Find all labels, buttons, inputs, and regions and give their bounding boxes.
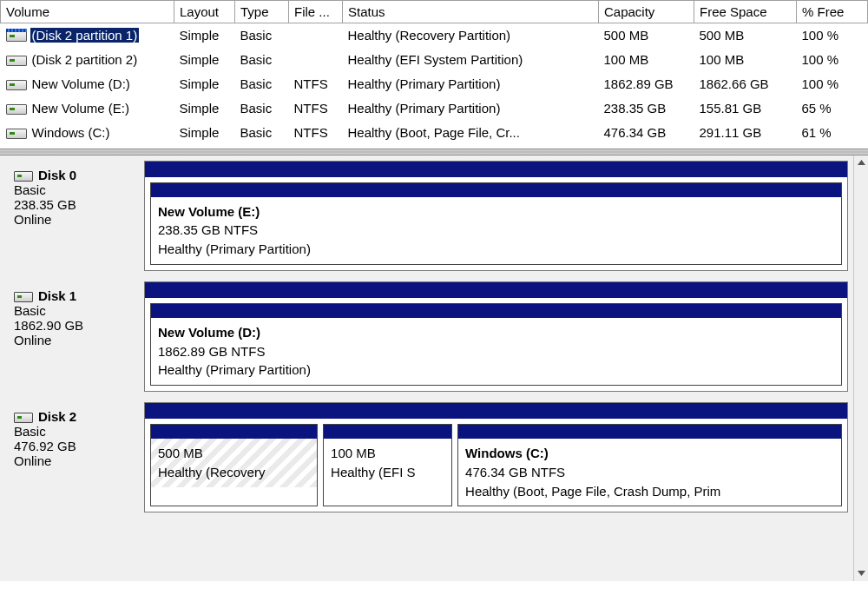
volume-row[interactable]: New Volume (E:)SimpleBasicNTFSHealthy (P… — [1, 96, 868, 121]
volume-row[interactable]: New Volume (D:)SimpleBasicNTFSHealthy (P… — [1, 72, 868, 96]
partition-size: 476.34 GB NTFS — [465, 463, 834, 482]
cell-fs — [289, 48, 343, 72]
cell-pct: 65 % — [797, 96, 868, 121]
cell-capacity: 476.34 GB — [599, 121, 694, 145]
cell-capacity: 238.35 GB — [599, 96, 694, 121]
partition-size: 1862.89 GB NTFS — [158, 342, 834, 361]
cell-pct: 100 % — [797, 23, 868, 48]
cell-pct: 61 % — [797, 121, 868, 145]
partition[interactable]: 500 MBHealthy (Recovery — [150, 424, 318, 506]
scrollbar-vertical[interactable] — [853, 155, 868, 581]
volume-name: (Disk 2 partition 2) — [30, 52, 140, 67]
volume-list-table[interactable]: Volume Layout Type File ... Status Capac… — [0, 0, 868, 145]
disk-icon — [14, 413, 33, 423]
disk-topbar — [145, 282, 847, 298]
partition-bar — [458, 425, 841, 439]
cell-type: Basic — [235, 72, 289, 96]
volume-row[interactable]: Windows (C:)SimpleBasicNTFSHealthy (Boot… — [1, 121, 868, 145]
disk-block: Disk 2Basic476.92 GBOnline500 MBHealthy … — [5, 402, 848, 512]
volume-name: (Disk 2 partition 1) — [30, 28, 140, 43]
partition-size: 100 MB — [331, 444, 444, 463]
cell-capacity: 100 MB — [599, 48, 694, 72]
disk-title: Disk 2 — [38, 409, 76, 424]
partition-status: Healthy (Primary Partition) — [158, 360, 834, 380]
scroll-up-icon[interactable] — [854, 155, 868, 171]
volume-row[interactable]: (Disk 2 partition 2)SimpleBasicHealthy (… — [1, 48, 868, 72]
cell-fs — [289, 23, 343, 48]
cell-layout: Simple — [174, 23, 235, 48]
disk-graph: New Volume (E:)238.35 GB NTFSHealthy (Pr… — [144, 161, 848, 271]
disk-state: Online — [14, 453, 137, 468]
disk-state: Online — [14, 333, 137, 347]
pane-splitter[interactable] — [0, 149, 868, 155]
partition-title: Windows (C:) — [465, 444, 834, 463]
disk-type: Basic — [14, 182, 137, 197]
disk-icon — [14, 292, 33, 302]
cell-free: 500 MB — [694, 23, 797, 48]
partition[interactable]: New Volume (D:)1862.89 GB NTFSHealthy (P… — [150, 303, 842, 386]
cell-free: 291.11 GB — [694, 121, 797, 145]
cell-status: Healthy (Recovery Partition) — [343, 23, 599, 48]
disk-type: Basic — [14, 303, 137, 318]
col-volume[interactable]: Volume — [1, 1, 174, 23]
disk-topbar — [145, 403, 847, 419]
disk-block: Disk 0Basic238.35 GBOnlineNew Volume (E:… — [5, 161, 848, 271]
col-type[interactable]: Type — [235, 1, 289, 23]
disk-type: Basic — [14, 424, 137, 439]
cell-type: Basic — [235, 121, 289, 145]
disk-label[interactable]: Disk 0Basic238.35 GBOnline — [5, 161, 144, 271]
cell-type: Basic — [235, 96, 289, 121]
partition-title: New Volume (D:) — [158, 323, 834, 342]
drive-icon — [6, 104, 27, 115]
partition[interactable]: 100 MBHealthy (EFI S — [323, 424, 452, 506]
partition-title: New Volume (E:) — [158, 202, 834, 221]
scroll-down-icon[interactable] — [854, 565, 868, 581]
partition-status: Healthy (Boot, Page File, Crash Dump, Pr… — [465, 482, 834, 501]
disk-title: Disk 1 — [38, 288, 76, 303]
volume-name: Windows (C:) — [30, 125, 112, 140]
col-status[interactable]: Status — [343, 1, 599, 23]
disk-size: 238.35 GB — [14, 197, 137, 212]
partition-bar — [151, 304, 841, 318]
disk-size: 1862.90 GB — [14, 318, 137, 333]
drive-icon — [6, 56, 27, 66]
col-layout[interactable]: Layout — [174, 1, 235, 23]
cell-layout: Simple — [174, 48, 235, 72]
col-capacity[interactable]: Capacity — [599, 1, 694, 23]
disk-label[interactable]: Disk 1Basic1862.90 GBOnline — [5, 281, 144, 392]
volume-row[interactable]: (Disk 2 partition 1)SimpleBasicHealthy (… — [1, 23, 868, 48]
disk-topbar — [145, 162, 847, 177]
col-pct[interactable]: % Free — [797, 1, 868, 23]
col-free[interactable]: Free Space — [694, 1, 797, 23]
cell-capacity: 1862.89 GB — [599, 72, 694, 96]
disk-block: Disk 1Basic1862.90 GBOnlineNew Volume (D… — [5, 281, 848, 392]
volume-name: New Volume (D:) — [30, 76, 132, 91]
drive-icon — [6, 129, 27, 139]
partition[interactable]: New Volume (E:)238.35 GB NTFSHealthy (Pr… — [150, 182, 842, 265]
cell-type: Basic — [235, 48, 289, 72]
disk-graph: New Volume (D:)1862.89 GB NTFSHealthy (P… — [144, 281, 848, 392]
cell-status: Healthy (Primary Partition) — [343, 96, 599, 121]
partition-bar — [151, 425, 317, 439]
col-fs[interactable]: File ... — [289, 1, 343, 23]
disk-label[interactable]: Disk 2Basic476.92 GBOnline — [5, 402, 144, 512]
cell-layout: Simple — [174, 96, 235, 121]
cell-status: Healthy (Boot, Page File, Cr... — [343, 121, 599, 145]
disk-size: 476.92 GB — [14, 439, 137, 453]
cell-type: Basic — [235, 23, 289, 48]
volume-name: New Volume (E:) — [30, 101, 132, 116]
partition[interactable]: Windows (C:)476.34 GB NTFSHealthy (Boot,… — [457, 424, 842, 506]
cell-pct: 100 % — [797, 48, 868, 72]
cell-fs: NTFS — [289, 96, 343, 121]
cell-status: Healthy (EFI System Partition) — [343, 48, 599, 72]
drive-icon — [6, 80, 27, 90]
disk-state: Online — [14, 212, 137, 227]
partition-size: 238.35 GB NTFS — [158, 221, 834, 240]
partition-status: Healthy (Recovery — [158, 463, 310, 482]
cell-status: Healthy (Primary Partition) — [343, 72, 599, 96]
disk-icon — [14, 171, 33, 182]
cell-free: 155.81 GB — [694, 96, 797, 121]
partition-status: Healthy (Primary Partition) — [158, 240, 834, 259]
cell-layout: Simple — [174, 121, 235, 145]
cell-pct: 100 % — [797, 72, 868, 96]
